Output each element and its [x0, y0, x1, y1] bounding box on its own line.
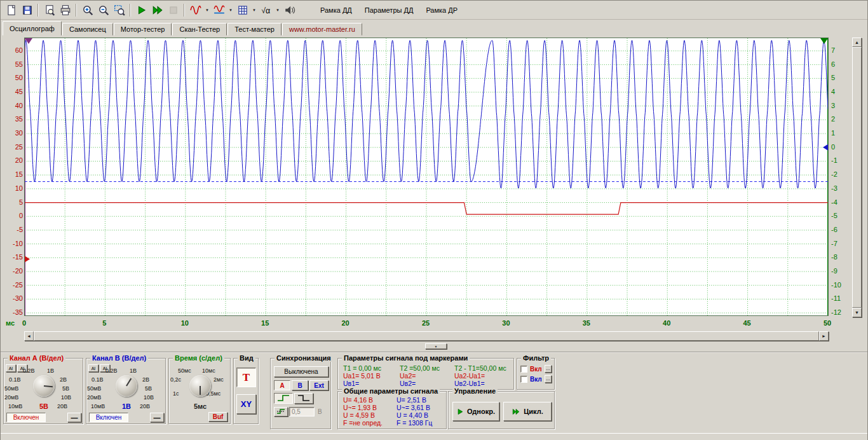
time-knob[interactable] — [189, 375, 211, 397]
scroll-left-button[interactable]: ◄ — [24, 331, 34, 341]
horizontal-scrollbar[interactable]: ◄ ► — [24, 331, 829, 341]
channel-a-level-marker[interactable] — [25, 256, 30, 262]
filter-checkbox-1[interactable] — [520, 366, 527, 373]
left-axis-label: 25 — [2, 143, 23, 151]
channel-b-minimize-button[interactable]: — — [150, 413, 164, 422]
channel-a-minimize-button[interactable]: — — [67, 413, 81, 422]
common-param-value: U= 2,51 В — [397, 396, 426, 404]
plot-area[interactable] — [24, 38, 829, 316]
tab-скан-тестер[interactable]: Скан-Тестер — [172, 23, 227, 36]
panel-collapse-grip[interactable]: ▼ — [425, 343, 447, 349]
scroll-up-button[interactable]: ▲ — [852, 38, 862, 47]
x-axis-label: 35 — [576, 319, 597, 327]
left-axis-label: 15 — [2, 170, 23, 178]
left-axis-label: -25 — [2, 281, 23, 289]
tab-тест-мастер[interactable]: Тест-мастер — [227, 23, 281, 36]
start-single-icon — [136, 4, 147, 16]
scroll-down-button[interactable]: ▼ — [852, 308, 862, 317]
common-param-value: F = 1308 Гц — [397, 419, 432, 427]
data-grid-button[interactable] — [234, 3, 250, 18]
left-axis-label: 5 — [2, 198, 23, 206]
sync-slope-rising-button[interactable] — [274, 393, 293, 404]
vertical-scrollbar[interactable]: ▲ ▼ — [852, 38, 862, 317]
start-cycle-button[interactable] — [149, 3, 165, 18]
left-axis-label: 20 — [2, 156, 23, 164]
right-axis-label: 0 — [831, 143, 850, 151]
vertical-scroll-thumb[interactable] — [852, 47, 862, 308]
signal-shape-b-button[interactable] — [211, 3, 227, 18]
right-axis-label: 1 — [831, 129, 850, 137]
zoom-in-button[interactable] — [79, 3, 95, 18]
channel-b-zero-marker[interactable] — [823, 144, 828, 151]
scroll-right-button[interactable]: ► — [819, 331, 829, 341]
right-axis-label: -8 — [831, 253, 850, 261]
sound-button[interactable] — [281, 3, 297, 18]
right-axis-label: 7 — [831, 46, 850, 54]
data-grid-dropdown-button[interactable]: ▼ — [250, 3, 258, 18]
right-axis-label: -12 — [831, 308, 850, 316]
zoom-out-button[interactable] — [95, 3, 111, 18]
start-single-button[interactable] — [133, 3, 149, 18]
sync-source-в-button[interactable]: В — [292, 380, 308, 390]
print-button[interactable] — [57, 3, 73, 18]
tab-осциллограф[interactable]: Осциллограф — [3, 21, 62, 36]
x-axis-label: 30 — [495, 319, 517, 327]
channel-b-range-label: 10В — [144, 394, 154, 401]
sync-source-а-button[interactable]: А — [274, 380, 290, 390]
sync-source-ext-button[interactable]: Ext — [309, 380, 329, 390]
channel-b-knob[interactable] — [116, 375, 137, 397]
view-t-button[interactable]: Т — [236, 368, 256, 387]
tab-bar: ОсциллографСамописецМотор-тестерСкан-Тес… — [1, 20, 867, 36]
start-cycle-icon — [152, 4, 163, 16]
control-panel: Канал А (В/дел) AIAI 0.2В1В0.1В2В50мВ5В2… — [1, 352, 867, 433]
print-preview-button[interactable] — [41, 3, 57, 18]
channel-b-range-label: 5В — [145, 385, 152, 392]
new-file-button[interactable] — [3, 3, 19, 18]
horizontal-scroll-thumb[interactable] — [34, 331, 819, 341]
view-title: Вид — [238, 354, 255, 362]
right-axis-label: -6 — [831, 226, 850, 233]
sync-mode-button[interactable] — [274, 407, 288, 416]
toolbar-separator — [37, 4, 39, 17]
signal-shape-a-dropdown-button[interactable]: ▼ — [203, 3, 211, 18]
filter-label: Вкл — [530, 366, 542, 373]
common-param-value: U = 4,59 В — [343, 411, 375, 419]
time-group: Время (с/дел) 50мс10мс0,2с2мс1с0,5мс 5мс… — [168, 358, 231, 424]
zoom-window-button[interactable] — [111, 3, 127, 18]
signal-shape-b-dropdown-button[interactable]: ▼ — [227, 3, 234, 18]
filter-more-button-2[interactable]: ... — [545, 375, 552, 383]
tab-самописец[interactable]: Самописец — [62, 23, 113, 36]
ramka-dd-button[interactable]: Рамка ДД — [314, 3, 358, 18]
sync-level-input[interactable]: 0,5 — [289, 407, 315, 416]
single-run-label: Однокр. — [467, 408, 495, 415]
x-axis-unit: мс — [6, 319, 15, 327]
view-xy-button[interactable]: XY — [236, 394, 256, 414]
sync-slope-falling-button[interactable] — [294, 393, 313, 404]
left-axis-label: 40 — [2, 102, 23, 109]
signal-shape-a-button[interactable] — [187, 3, 203, 18]
channel-b-power-button[interactable]: Включен — [89, 413, 128, 422]
marker-t2-handle[interactable] — [820, 38, 828, 44]
single-run-button[interactable]: Однокр. — [452, 402, 499, 421]
save-button[interactable] — [19, 3, 35, 18]
left-axis-label: 55 — [2, 60, 23, 68]
tab-мотор-тестер[interactable]: Мотор-тестер — [114, 23, 172, 36]
cycle-run-button[interactable]: Цикл. — [503, 402, 552, 421]
ramka-dr-button[interactable]: Рамка ДР — [419, 3, 464, 18]
filter-more-button-1[interactable]: ... — [545, 365, 552, 373]
signal-shape-b-icon — [214, 4, 225, 16]
filter-checkbox-2[interactable] — [520, 376, 527, 383]
buffer-button[interactable]: Buf — [208, 412, 227, 422]
math-function-dropdown-button[interactable]: ▼ — [274, 3, 281, 18]
channel-a-knob[interactable] — [33, 375, 55, 397]
channel-b-range-label: 10мВ — [91, 403, 105, 409]
left-axis-label: -30 — [2, 294, 23, 302]
math-function-button[interactable]: √α — [258, 3, 274, 18]
channel-a-power-button[interactable]: Включен — [6, 413, 46, 422]
tab-www.motor-master.ru[interactable]: www.motor-master.ru — [282, 23, 362, 36]
channel-b-range-label: 0.1В — [92, 376, 104, 383]
parametry-dd-button[interactable]: Параметры ДД — [358, 3, 420, 18]
toolbar-separator — [130, 4, 131, 17]
oscilloscope-plot[interactable] — [25, 38, 828, 315]
sync-off-button[interactable]: Выключена — [274, 366, 329, 377]
